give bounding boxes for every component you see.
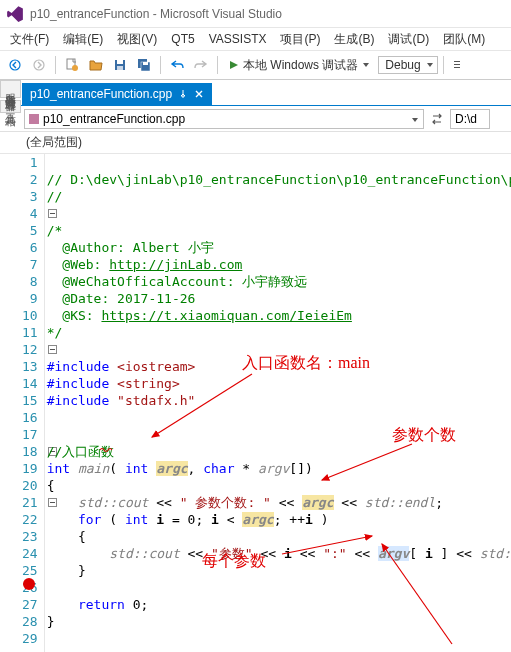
line-number: 19: [22, 460, 38, 477]
line-number: 22: [22, 511, 38, 528]
nav-forward-button[interactable]: [28, 54, 50, 76]
code-line: #include <iostream>: [47, 359, 196, 374]
scope-label: (全局范围): [26, 134, 82, 151]
code-line: int main( int argc, char * argv[]): [47, 461, 313, 476]
toolbar-separator: [160, 56, 161, 74]
svg-point-1: [10, 60, 20, 70]
menu-view[interactable]: 视图(V): [111, 29, 163, 50]
code-line: std::cout << " 参数个数: " << argc << std::e…: [47, 495, 443, 510]
config-label: Debug: [385, 58, 420, 72]
server-explorer-tab[interactable]: 服务器资源管理器: [0, 80, 21, 98]
line-number: 3: [22, 188, 38, 205]
dropdown-icon: [362, 61, 370, 69]
scope-bar[interactable]: (全局范围): [0, 132, 511, 154]
save-all-button[interactable]: [133, 54, 155, 76]
svg-marker-11: [230, 61, 238, 69]
line-number: 6: [22, 239, 38, 256]
line-number: 11: [22, 324, 38, 341]
code-line: //入口函数: [47, 444, 115, 459]
code-line: @KS: https://t.xiaomiquan.com/IeieiEm: [47, 308, 352, 323]
svg-point-2: [34, 60, 44, 70]
code-content[interactable]: // D:\dev\jinLab\p10_entranceFunction\p1…: [45, 154, 511, 652]
line-number: 13: [22, 358, 38, 375]
line-number: 18: [22, 443, 38, 460]
play-icon: [229, 60, 239, 70]
toolbar-separator: [217, 56, 218, 74]
menu-project[interactable]: 项目(P): [274, 29, 326, 50]
new-file-button[interactable]: [61, 54, 83, 76]
code-line: std::cout << "参数" << i << ":" << argv[ i…: [47, 546, 511, 561]
toolbar-separator: [55, 56, 56, 74]
close-icon[interactable]: [194, 89, 204, 99]
menu-vassist[interactable]: VASSISTX: [203, 30, 273, 48]
redo-button[interactable]: [190, 54, 212, 76]
code-line: {: [47, 529, 86, 544]
line-number: 8: [22, 273, 38, 290]
breakpoint-icon[interactable]: [23, 578, 35, 590]
code-line: */: [47, 325, 63, 340]
left-tool-tabs: 服务器资源管理器 工具箱: [0, 80, 20, 115]
start-debug-label: 本地 Windows 调试器: [243, 57, 358, 74]
line-number: 9: [22, 290, 38, 307]
svg-rect-7: [117, 66, 123, 70]
menu-debug[interactable]: 调试(D): [382, 29, 435, 50]
vs-logo-icon: [6, 5, 24, 23]
line-number: 29: [22, 630, 38, 647]
line-number: 24: [22, 545, 38, 562]
document-tab-strip: p10_entranceFunction.cpp: [0, 80, 511, 106]
line-number: 10: [22, 307, 38, 324]
code-line: {: [47, 478, 55, 493]
line-number-gutter: 1234567891011121314151617181920212223242…: [22, 154, 45, 652]
code-line: #include "stdafx.h": [47, 393, 196, 408]
more-button[interactable]: [449, 54, 471, 76]
open-file-button[interactable]: [85, 54, 107, 76]
svg-rect-13: [454, 61, 460, 62]
save-button[interactable]: [109, 54, 131, 76]
code-line: #include <string>: [47, 376, 180, 391]
code-editor[interactable]: 1234567891011121314151617181920212223242…: [22, 154, 511, 652]
file-nav-combo[interactable]: p10_entranceFunction.cpp: [24, 109, 424, 129]
path-display[interactable]: D:\d: [450, 109, 490, 129]
menu-file[interactable]: 文件(F): [4, 29, 55, 50]
menu-team[interactable]: 团队(M): [437, 29, 491, 50]
document-tab-label: p10_entranceFunction.cpp: [30, 87, 172, 101]
svg-rect-14: [454, 64, 460, 65]
menu-qt5[interactable]: QT5: [165, 30, 200, 48]
nav-swap-button[interactable]: [428, 110, 446, 128]
svg-marker-0: [7, 6, 23, 22]
pin-icon[interactable]: [178, 89, 188, 99]
menu-bar: 文件(F) 编辑(E) 视图(V) QT5 VASSISTX 项目(P) 生成(…: [0, 28, 511, 50]
menu-build[interactable]: 生成(B): [328, 29, 380, 50]
line-number: 20: [22, 477, 38, 494]
nav-back-button[interactable]: [4, 54, 26, 76]
toolbox-tab[interactable]: 工具箱: [0, 100, 21, 113]
code-line: @Author: Albert 小宇: [47, 240, 214, 255]
line-number: 27: [22, 596, 38, 613]
line-number: 15: [22, 392, 38, 409]
code-line: for ( int i = 0; i < argc; ++i ): [47, 512, 329, 527]
line-number: 25: [22, 562, 38, 579]
code-line: @Web: http://jinLab.com: [47, 257, 243, 272]
toolbar-separator: [443, 56, 444, 74]
code-line: //: [47, 189, 63, 204]
line-number: 2: [22, 171, 38, 188]
code-line: // D:\dev\jinLab\p10_entranceFunction\p1…: [47, 172, 511, 187]
code-line: return 0;: [47, 597, 149, 612]
document-tab[interactable]: p10_entranceFunction.cpp: [22, 83, 212, 105]
undo-button[interactable]: [166, 54, 188, 76]
code-line: }: [47, 563, 86, 578]
svg-rect-15: [454, 67, 460, 68]
config-combo[interactable]: Debug: [378, 56, 437, 74]
line-number: 1: [22, 154, 38, 171]
file-nav-label: p10_entranceFunction.cpp: [43, 112, 185, 126]
menu-edit[interactable]: 编辑(E): [57, 29, 109, 50]
line-number: 7: [22, 256, 38, 273]
line-number: 23: [22, 528, 38, 545]
line-number: 28: [22, 613, 38, 630]
start-debug-button[interactable]: 本地 Windows 调试器: [223, 55, 376, 76]
navigation-bar: p10_entranceFunction.cpp D:\d: [0, 106, 511, 132]
code-line: /*: [47, 223, 63, 238]
svg-marker-12: [363, 63, 369, 67]
line-number: 16: [22, 409, 38, 426]
line-number: 5: [22, 222, 38, 239]
